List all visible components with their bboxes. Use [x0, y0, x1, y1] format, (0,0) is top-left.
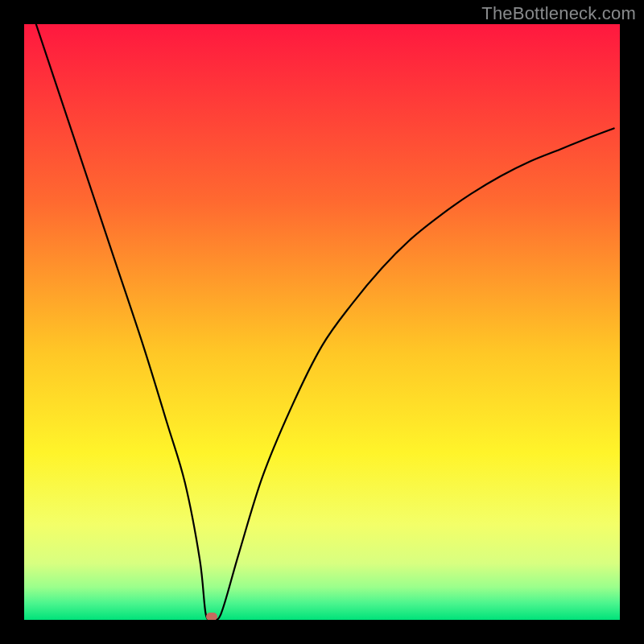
minimum-marker	[206, 613, 217, 620]
curve-layer	[24, 24, 620, 620]
plot-area	[24, 24, 620, 620]
watermark-text: TheBottleneck.com	[481, 3, 636, 24]
chart-frame: TheBottleneck.com	[0, 0, 644, 644]
bottleneck-curve	[36, 24, 614, 620]
